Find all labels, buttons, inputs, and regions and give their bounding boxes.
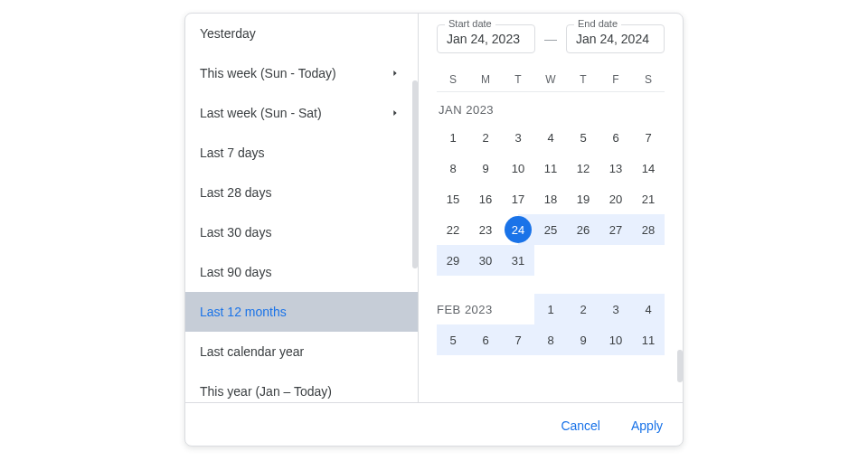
day-4[interactable]: 4	[632, 294, 665, 324]
day-21[interactable]: 21	[632, 183, 665, 214]
day-13[interactable]: 13	[599, 153, 632, 183]
day-26[interactable]: 26	[567, 214, 599, 245]
day-11[interactable]: 11	[534, 153, 567, 183]
chevron-right-icon	[391, 66, 400, 80]
preset-yesterday[interactable]: Yesterday	[185, 14, 418, 53]
day-24-start[interactable]: 24	[502, 214, 534, 245]
dow-label: T	[567, 73, 599, 86]
start-date-label: Start date	[445, 18, 495, 29]
day-30[interactable]: 30	[469, 245, 502, 276]
end-date-field[interactable]: End date Jan 24, 2024	[566, 24, 665, 53]
preset-last-90-days[interactable]: Last 90 days	[185, 252, 418, 292]
day-16[interactable]: 16	[469, 183, 502, 214]
dow-label: W	[534, 73, 567, 86]
day-11[interactable]: 11	[632, 324, 665, 355]
start-date-field[interactable]: Start date Jan 24, 2023	[437, 24, 535, 53]
date-inputs: Start date Jan 24, 2023 — End date Jan 2…	[437, 24, 665, 53]
end-date-value: Jan 24, 2024	[576, 32, 649, 46]
preset-last-30-days[interactable]: Last 30 days	[185, 212, 418, 252]
months-container: JAN 202312345678910111213141516171819202…	[437, 103, 665, 355]
day-12[interactable]: 12	[567, 153, 599, 183]
day-10[interactable]: 10	[599, 324, 632, 355]
preset-label: Yesterday	[200, 26, 256, 41]
day-8[interactable]: 8	[437, 153, 469, 183]
day-15[interactable]: 15	[437, 183, 469, 214]
month-label: JAN 2023	[439, 103, 665, 117]
preset-list: YesterdayThis week (Sun - Today)Last wee…	[185, 14, 419, 402]
preset-label: Last 90 days	[200, 265, 271, 279]
preset-last-week-sun-sat-[interactable]: Last week (Sun - Sat)	[185, 93, 418, 133]
month-label: FEB 2023	[437, 303, 534, 316]
day-6[interactable]: 6	[469, 324, 502, 355]
picker-body: YesterdayThis week (Sun - Today)Last wee…	[185, 14, 683, 402]
day-2[interactable]: 2	[567, 294, 599, 324]
dow-label: T	[502, 73, 534, 86]
preset-label: Last 12 months	[200, 305, 287, 319]
day-28[interactable]: 28	[632, 214, 665, 245]
day-8[interactable]: 8	[534, 324, 567, 355]
preset-label: This week (Sun - Today)	[200, 66, 336, 80]
month-grid-feb: 567891011	[437, 324, 665, 355]
day-4[interactable]: 4	[534, 122, 567, 153]
day-27[interactable]: 27	[599, 214, 632, 245]
day-9[interactable]: 9	[567, 324, 599, 355]
day-7[interactable]: 7	[632, 122, 665, 153]
day-20[interactable]: 20	[599, 183, 632, 214]
preset-scrollbar[interactable]	[412, 80, 418, 268]
preset-label: Last week (Sun - Sat)	[200, 106, 322, 120]
day-9[interactable]: 9	[469, 153, 502, 183]
preset-this-week-sun-today-[interactable]: This week (Sun - Today)	[185, 53, 418, 93]
month-grid-jan: 1234567891011121314151617181920212223242…	[437, 122, 665, 276]
range-dash: —	[544, 32, 557, 46]
date-range-picker: YesterdayThis week (Sun - Today)Last wee…	[184, 13, 684, 446]
dow-label: S	[632, 73, 665, 86]
day-1[interactable]: 1	[534, 294, 567, 324]
calendar-panel: Start date Jan 24, 2023 — End date Jan 2…	[419, 14, 683, 402]
dow-label: F	[599, 73, 632, 86]
day-17[interactable]: 17	[502, 183, 534, 214]
dow-label: M	[469, 73, 502, 86]
day-19[interactable]: 19	[567, 183, 599, 214]
preset-label: Last 30 days	[200, 225, 271, 240]
preset-this-year-jan-today-[interactable]: This year (Jan – Today)	[185, 371, 418, 402]
start-date-value: Jan 24, 2023	[447, 32, 520, 46]
preset-last-12-months[interactable]: Last 12 months	[185, 292, 418, 332]
day-6[interactable]: 6	[599, 122, 632, 153]
preset-last-7-days[interactable]: Last 7 days	[185, 133, 418, 173]
day-7[interactable]: 7	[502, 324, 534, 355]
end-date-label: End date	[574, 18, 621, 29]
dow-label: S	[437, 73, 469, 86]
day-2[interactable]: 2	[469, 122, 502, 153]
picker-footer: Cancel Apply	[185, 402, 683, 446]
day-25[interactable]: 25	[534, 214, 567, 245]
day-18[interactable]: 18	[534, 183, 567, 214]
day-14[interactable]: 14	[632, 153, 665, 183]
chevron-right-icon	[391, 106, 400, 120]
day-31[interactable]: 31	[502, 245, 534, 276]
month-row-feb-header: FEB 20231234	[437, 294, 665, 324]
calendar-scrollbar[interactable]	[677, 350, 683, 382]
preset-label: Last calendar year	[200, 344, 304, 359]
apply-button[interactable]: Apply	[627, 413, 666, 438]
cancel-button[interactable]: Cancel	[557, 413, 604, 438]
preset-label: Last 7 days	[200, 146, 265, 160]
day-of-week-header: SMTWTFS	[437, 73, 665, 92]
day-10[interactable]: 10	[502, 153, 534, 183]
day-1[interactable]: 1	[437, 122, 469, 153]
preset-label: This year (Jan – Today)	[200, 384, 332, 399]
day-22[interactable]: 22	[437, 214, 469, 245]
day-3[interactable]: 3	[599, 294, 632, 324]
preset-last-28-days[interactable]: Last 28 days	[185, 173, 418, 212]
day-29[interactable]: 29	[437, 245, 469, 276]
day-5[interactable]: 5	[437, 324, 469, 355]
preset-label: Last 28 days	[200, 185, 271, 200]
preset-last-calendar-year[interactable]: Last calendar year	[185, 332, 418, 371]
day-3[interactable]: 3	[502, 122, 534, 153]
day-23[interactable]: 23	[469, 214, 502, 245]
day-5[interactable]: 5	[567, 122, 599, 153]
